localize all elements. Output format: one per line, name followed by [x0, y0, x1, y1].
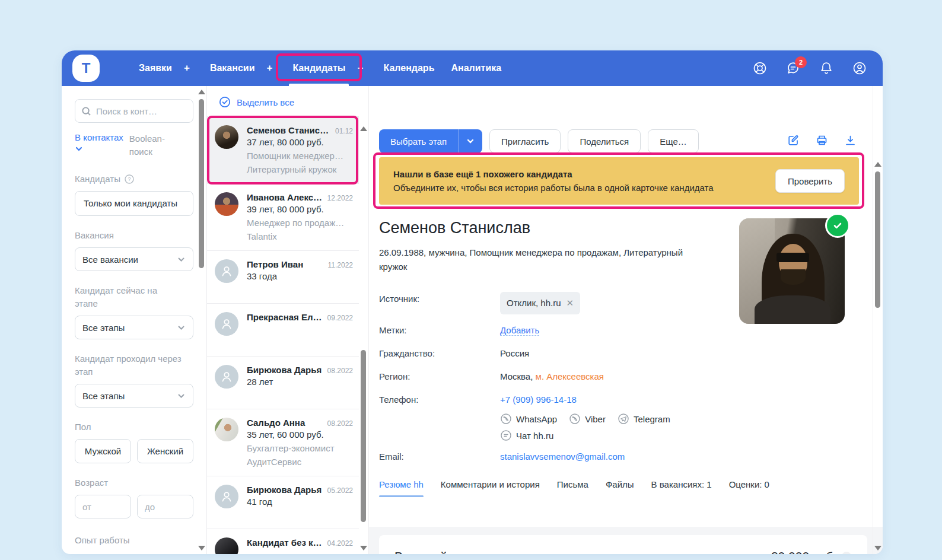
scroll-down-arrow[interactable] [198, 546, 205, 551]
hh-chat-link[interactable]: Чат hh.ru [500, 429, 553, 441]
region-label: Регион: [379, 370, 500, 384]
add-zayavka-button[interactable]: + [180, 50, 193, 86]
citizenship-value: Россия [500, 346, 529, 361]
print-icon[interactable] [816, 134, 828, 149]
main-scrollbar[interactable] [873, 86, 883, 554]
age-to-input[interactable] [137, 495, 193, 518]
telegram-link[interactable]: Telegram [618, 413, 670, 425]
bell-icon[interactable] [819, 61, 834, 76]
scroll-down-arrow[interactable] [874, 546, 881, 551]
gender-female-button[interactable]: Женский [137, 439, 193, 463]
candidate-row-prekrasnaya[interactable]: Прекрасная Ел…09.2022 [207, 304, 359, 357]
scroll-down-arrow[interactable] [360, 546, 367, 551]
avatar-placeholder [215, 485, 238, 508]
stage-passed-select[interactable]: Все этапы [75, 384, 193, 408]
in-contacts-dropdown[interactable]: В контактах [75, 132, 123, 142]
candidate-row-saldo[interactable]: Сальдо Анна08.2022 35 лет, 60 000 руб. Б… [207, 409, 359, 476]
tab-letters[interactable]: Письма [557, 479, 588, 497]
list-scrollbar[interactable] [359, 86, 369, 554]
vacancy-filter-label: Вакансия [75, 229, 193, 242]
tab-ratings[interactable]: Оценки: 0 [729, 479, 769, 497]
more-button[interactable]: Еще… [648, 129, 699, 153]
avatar [215, 418, 238, 441]
avatar [215, 537, 238, 554]
tab-vacancies[interactable]: В вакансиях: 1 [651, 479, 712, 497]
resume-section: Ведущий менеджер по продажам 80 000 руб.… [369, 527, 883, 554]
talantix-logo[interactable]: T [72, 55, 100, 82]
candidate-summary: 26.09.1988, мужчина, Помощник менеджера … [379, 246, 711, 274]
age-from-input[interactable] [75, 495, 131, 518]
tab-files[interactable]: Файлы [606, 479, 634, 497]
candidate-row-biryukova-2[interactable]: Бирюкова Дарья05.2022 41 год [207, 476, 359, 529]
gender-label: Пол [75, 421, 193, 434]
question-circle-icon[interactable]: ? [125, 174, 134, 184]
contact-search[interactable] [75, 99, 193, 123]
help-icon[interactable] [752, 61, 768, 76]
svg-text:?: ? [128, 176, 131, 182]
email-link[interactable]: stanislavvsemenov@gmail.com [500, 450, 625, 464]
vacancy-select[interactable]: Все вакансии [75, 247, 193, 271]
candidate-row-ivanova[interactable]: Иванова Алекс…12.2022 39 лет, 80 000 руб… [207, 184, 359, 251]
scroll-thumb[interactable] [199, 99, 204, 268]
salary-question-icon[interactable]: ? [841, 551, 852, 554]
gender-male-button[interactable]: Мужской [75, 439, 131, 463]
verified-check-icon [825, 213, 850, 238]
nav-item-kalendar[interactable]: Календарь [375, 50, 443, 86]
check-circle-icon[interactable] [219, 96, 231, 108]
stage-now-label: Кандидат сейчас на этапе [75, 284, 176, 310]
candidate-row-biryukova-1[interactable]: Бирюкова Дарья08.2022 28 лет [207, 357, 359, 409]
resume-salary: 80 000 руб. [771, 549, 836, 554]
chevron-down-icon[interactable] [459, 129, 482, 153]
scroll-thumb[interactable] [875, 171, 880, 308]
tab-comments-history[interactable]: Комментарии и история [441, 479, 540, 497]
phone-link[interactable]: +7 (909) 996-14-18 [500, 393, 577, 407]
avatar-placeholder [215, 259, 238, 283]
viber-link[interactable]: Viber [569, 413, 606, 425]
scroll-up-arrow[interactable] [874, 162, 881, 167]
stage-passed-label: Кандидат проходил через этап [75, 352, 182, 378]
tab-resume-hh[interactable]: Резюме hh [379, 479, 424, 497]
remove-tag-icon[interactable]: ✕ [567, 296, 574, 310]
detail-tabs: Резюме hh Комментарии и история Письма Ф… [379, 479, 859, 497]
chat-icon[interactable]: 2 [785, 61, 801, 76]
nav-item-kandidaty[interactable]: Кандидаты [284, 50, 354, 86]
only-my-candidates-filter[interactable]: Только мои кандидаты [75, 191, 193, 216]
edit-icon[interactable] [787, 134, 800, 149]
add-kandidat-button[interactable]: + [354, 50, 367, 86]
scroll-up-arrow[interactable] [360, 126, 367, 131]
profile-icon[interactable] [852, 61, 867, 76]
candidate-row-noname[interactable]: Кандидат без к…04.2022 [207, 529, 359, 554]
select-all-link[interactable]: Выделить все [237, 97, 294, 107]
candidate-row-petrov[interactable]: Петров Иван11.2022 33 года [207, 251, 359, 304]
check-duplicates-button[interactable]: Проверить [775, 169, 845, 193]
metro-station[interactable]: м. Алексеевская [536, 371, 604, 381]
boolean-search-label[interactable]: Boolean-поиск [129, 132, 179, 158]
chevron-down-icon[interactable] [75, 145, 123, 155]
viber-icon [569, 413, 581, 425]
share-button[interactable]: Поделиться [568, 129, 641, 153]
nav-item-vakansii[interactable]: Вакансии [202, 50, 263, 86]
phone-label: Телефон: [379, 393, 500, 407]
stage-now-select[interactable]: Все этапы [75, 316, 193, 339]
scroll-up-arrow[interactable] [198, 90, 205, 94]
download-icon[interactable] [844, 134, 857, 149]
scroll-thumb[interactable] [361, 350, 366, 522]
nav-item-zayavki[interactable]: Заявки [131, 50, 180, 86]
merge-suggestion-banner: Нашли в базе ещё 1 похожего кандидата Об… [379, 157, 859, 205]
select-stage-button[interactable]: Выбрать этап [379, 129, 482, 153]
search-input[interactable] [96, 106, 187, 116]
active-tab-underline [289, 84, 349, 86]
nav-item-analitika[interactable]: Аналитика [443, 50, 510, 86]
sidebar-scrollbar[interactable] [197, 86, 207, 554]
add-vakansia-button[interactable]: + [263, 50, 276, 86]
experience-label: Опыт работы [75, 534, 193, 547]
add-tag-link[interactable]: Добавить [500, 325, 539, 336]
invite-button[interactable]: Пригласить [489, 129, 561, 153]
whatsapp-link[interactable]: WhatsApp [500, 413, 557, 425]
candidate-row-semenov[interactable]: Семенов Станис…01.12 37 лет, 80 000 руб.… [207, 117, 359, 184]
region-value: Москва, м. Алексеевская [500, 370, 604, 384]
tags-label: Метки: [379, 323, 500, 338]
candidate-detail-panel: Выбрать этап Пригласить Поделиться Еще… [369, 86, 883, 554]
source-tag[interactable]: Отклик, hh.ru✕ [500, 292, 580, 314]
avatar-placeholder [215, 365, 238, 389]
